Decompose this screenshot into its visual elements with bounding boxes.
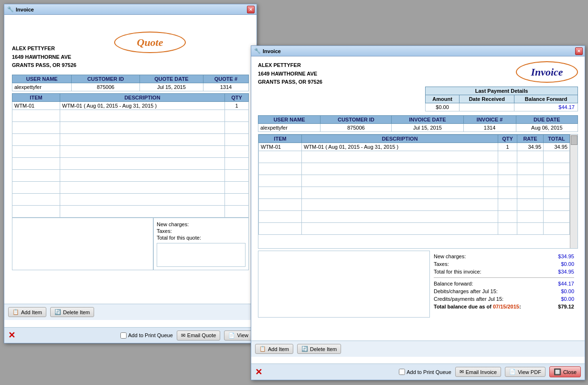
credits-label-inv: Credits/payments after Jul 15: [434,296,503,302]
item-row-1-invoice: WTM-01 WTM-01 ( Aug 01, 2015 - Aug 31, 2… [259,143,570,151]
col-user-name-quote: USER NAME [12,75,72,83]
summary-section-quote: New charges: Taxes: Total for this quote… [12,218,249,270]
right-top-invoice: Invoice Last Payment Details Amount Date… [425,61,578,111]
col-quote-num: QUOTE # [203,75,248,83]
window-title-icon-invoice: 🔧 [254,48,261,54]
total-row-inv: Total for this invoice: $34.95 [434,268,574,275]
summary-totals-invoice: New charges: $34.95 Taxes: $0.00 Total f… [430,251,578,318]
due-label-text: Total balance due as of [434,304,492,309]
add-item-label-invoice: Add Item [268,346,289,352]
total-value-inv: $34.95 [558,269,574,275]
taxes-row-inv: Taxes: $0.00 [434,260,574,268]
due-label-inv: Total balance due as of 07/15/2015: [434,304,521,309]
window-title-invoice: 🔧 Invoice [254,48,281,54]
col-customer-id-invoice: CUSTOMER ID [321,116,392,124]
item-name-1-invoice: WTM-01 [259,143,302,151]
close-button-x-invoice[interactable]: ✕ [575,47,583,55]
customer-address1-quote: 1649 HAWTHORNE AVE [12,53,249,62]
print-queue-check-quote[interactable] [120,332,127,339]
view-pdf-button-quote[interactable]: 📄 View [224,330,253,341]
print-queue-label-quote: Add to Print Queue [128,332,173,338]
item-row-empty-10-quote [12,205,249,217]
customer-address2-invoice: GRANTS PASS, OR 97526 [258,78,322,87]
item-row-empty-3-quote [12,121,249,133]
print-queue-check-invoice[interactable] [399,369,405,375]
window-title-quote: 🔧 Invoice [7,6,34,12]
col-due-date: DUE DATE [516,116,577,124]
cell-username-quote: alexpettyfer [12,83,72,91]
balance-forward-value-inv: $44.17 [558,281,574,286]
add-item-icon-quote: 📋 [12,309,19,315]
user-info-row-quote: alexpettyfer 875006 Jul 15, 2015 1314 [12,83,249,91]
col-total-invoice: TOTAL [544,135,570,143]
scrollbar-invoice[interactable] [570,134,577,248]
email-quote-button[interactable]: ✉ Email Quote [177,330,221,341]
window-title-icon-quote: 🔧 [7,6,14,12]
titlebar-quote: 🔧 Invoice ✕ [4,4,257,15]
customer-info-quote: ALEX PETTYFER 1649 HAWTHORNE AVE GRANTS … [12,44,249,70]
item-qty-1-invoice: 1 [498,143,517,151]
due-date-text: 07/15/2015 [493,304,519,309]
customer-name-quote: ALEX PETTYFER [12,44,249,53]
print-queue-checkbox-invoice[interactable]: Add to Print Queue [399,369,451,375]
view-pdf-button-invoice[interactable]: 📄 View PDF [505,367,545,377]
view-pdf-label-invoice: View PDF [518,369,541,375]
add-item-button-invoice[interactable]: 📋 Add Item [255,344,293,354]
add-item-button-quote[interactable]: 📋 Add Item [8,307,46,317]
customer-info-invoice: ALEX PETTYFER 1649 HAWTHORNE AVE GRANTS … [258,61,322,107]
print-queue-label-invoice: Add to Print Queue [406,369,451,375]
close-icon-invoice: 🔲 [554,368,561,375]
invoice-annotation-label: Invoice [531,66,563,78]
add-item-icon-invoice: 📋 [259,346,266,352]
window-title-text-invoice: Invoice [263,48,281,54]
col-user-name-invoice: USER NAME [258,116,321,124]
col-invoice-date: INVOICE DATE [392,116,463,124]
item-row-empty-5-quote [12,145,249,157]
delete-item-button-quote[interactable]: 🔄 Delete Item [50,307,94,317]
item-row-empty-8-quote [12,181,249,193]
close-button-invoice[interactable]: 🔲 Close [549,366,581,377]
user-info-table-quote: USER NAME CUSTOMER ID QUOTE DATE QUOTE #… [12,75,249,91]
col-quote-date: QUOTE DATE [139,75,203,83]
item-row-empty-4-inv [259,175,570,187]
cancel-button-quote[interactable]: ✕ [8,330,15,341]
balance-forward-row-inv: Balance forward: $44.17 [434,280,574,287]
payment-details-table: Last Payment Details Amount Date Receive… [425,87,578,111]
item-row-empty-6-inv [259,199,570,211]
new-charges-label-quote: New charges: [157,221,189,227]
email-invoice-button[interactable]: ✉ Email Invoice [455,367,501,377]
new-charges-row-inv: New charges: $34.95 [434,253,574,260]
delete-item-button-invoice[interactable]: 🔄 Delete Item [297,344,341,354]
item-row-empty-7-quote [12,169,249,181]
customer-name-invoice: ALEX PETTYFER [258,61,322,70]
window-invoice: 🔧 Invoice ✕ ALEX PETTYFER 1649 HAWTHORNE… [251,45,585,380]
item-desc-1-invoice: WTM-01 ( Aug 01, 2015 - Aug 31, 2015 ) [302,143,498,151]
user-info-row-invoice: alexpettyfer 875006 Jul 15, 2015 1314 Au… [258,124,578,132]
cancel-button-invoice[interactable]: ✕ [255,367,262,377]
close-label-invoice: Close [563,369,577,375]
summary-taxes-quote: Taxes: [157,228,246,234]
summary-new-charges-quote: New charges: [157,221,246,228]
email-icon-quote: ✉ [181,332,185,339]
col-item-invoice: ITEM [259,135,302,143]
due-value-inv: $79.12 [558,304,574,309]
new-charges-value-inv: $34.95 [558,253,574,259]
email-quote-label: Email Quote [187,332,216,338]
item-desc-1-quote: WTM-01 ( Aug 01, 2015 - Aug 31, 2015 ) [60,101,225,110]
item-row-empty-5-inv [259,187,570,199]
taxes-value-inv: $0.00 [561,261,574,267]
close-button-quote[interactable]: ✕ [247,6,255,13]
item-row-empty-2-quote [12,110,249,121]
item-rate-1-invoice: 34.95 [517,143,544,151]
taxes-label-inv: Taxes: [434,261,449,267]
cell-invoicenum: 1314 [463,124,516,132]
print-queue-checkbox-quote[interactable]: Add to Print Queue [120,332,173,339]
toolbar-quote: 📋 Add Item 🔄 Delete Item [4,304,257,320]
total-label-quote: Total for this quote: [157,235,201,241]
col-desc-quote: DESCRIPTION [60,93,225,101]
titlebar-invoice: 🔧 Invoice ✕ [251,46,585,56]
payment-amount-value: $0.00 [426,103,460,111]
top-section-invoice: ALEX PETTYFER 1649 HAWTHORNE AVE GRANTS … [258,61,578,111]
item-row-empty-2-inv [259,151,570,163]
cell-quotedate: Jul 15, 2015 [139,83,203,91]
